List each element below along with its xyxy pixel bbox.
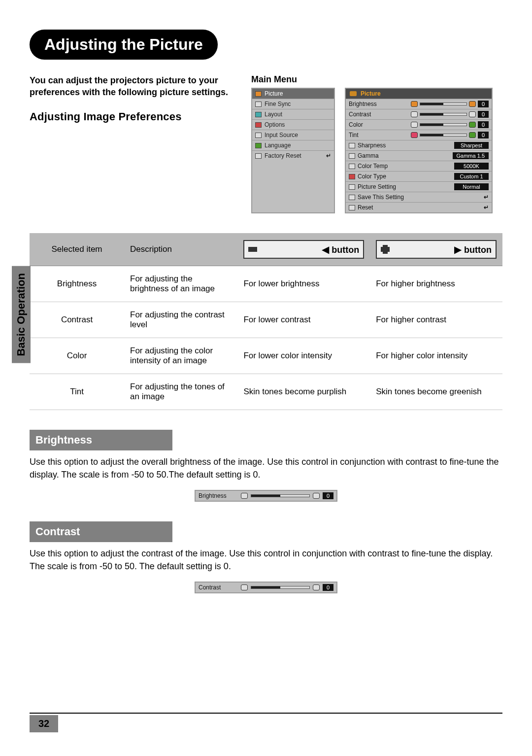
row-label: Color Type (358, 173, 386, 180)
table-row: Brightness For adjusting the brightness … (30, 266, 502, 302)
slider[interactable] (420, 103, 467, 105)
table-row: Contrast For adjusting the contrast leve… (30, 302, 502, 338)
footer-divider (30, 713, 502, 714)
enter-icon: ↵ (326, 152, 331, 159)
sun-bright-icon (469, 101, 476, 107)
reset-icon (255, 153, 262, 159)
menu-item-layout[interactable]: Layout (252, 109, 334, 120)
slider[interactable] (251, 586, 310, 589)
layout-icon (255, 112, 262, 117)
menu-item-picture[interactable]: Picture (252, 89, 334, 99)
reset-icon (349, 205, 355, 210)
slider[interactable] (420, 113, 467, 116)
page-number: 32 (30, 715, 58, 732)
left-button-header: ◀ button (243, 240, 364, 259)
section-heading-contrast: Contrast (30, 521, 172, 542)
value-box: Sharpest (454, 142, 489, 149)
select-row-picture-setting[interactable]: Picture Setting Normal (346, 182, 492, 192)
page-title-pill: Adjusting the Picture (30, 30, 218, 60)
color-low-icon (411, 122, 418, 128)
th-desc: Description (124, 233, 237, 266)
slider-label: Contrast (199, 584, 238, 591)
cell-left: For lower brightness (237, 266, 370, 302)
select-row-sharpness[interactable]: Sharpness Sharpest (346, 140, 492, 151)
menu-item-label: Picture (265, 90, 283, 97)
submenu-header: Picture (346, 89, 492, 99)
main-menu-panel: Picture Fine Sync Layout Options (251, 88, 335, 213)
th-left: ◀ button (237, 233, 370, 266)
select-row-color-type[interactable]: Color Type Custom 1 (346, 172, 492, 182)
subsection-heading: Adjusting Image Preferences (30, 110, 236, 123)
save-icon (349, 195, 355, 200)
menu-item-options[interactable]: Options (252, 120, 334, 130)
color-high-icon (469, 122, 476, 128)
cell-item: Contrast (30, 302, 124, 338)
row-label: Gamma (358, 152, 379, 159)
side-tab: Basic Operation (12, 266, 31, 363)
cell-right: For higher contrast (370, 302, 502, 338)
action-row-save[interactable]: Save This Setting ↵ (346, 192, 492, 203)
cell-left: For lower contrast (237, 302, 370, 338)
section-text-contrast: Use this option to adjust the contrast o… (30, 547, 502, 573)
main-menu-label: Main Menu (251, 74, 502, 85)
value-box: Normal (454, 183, 489, 190)
sun-dim-icon (411, 101, 418, 107)
value-box: 0 (478, 121, 489, 128)
cell-right: For higher brightness (370, 266, 502, 302)
select-row-gamma[interactable]: Gamma Gamma 1.5 (346, 151, 492, 161)
menu-item-label: Layout (265, 111, 282, 118)
sharpness-icon (349, 143, 355, 148)
slider[interactable] (251, 494, 310, 497)
cell-item: Tint (30, 374, 124, 410)
slider-row-brightness[interactable]: Brightness 0 (346, 99, 492, 109)
row-label: Save This Setting (358, 194, 404, 201)
menu-item-label: Factory Reset (265, 152, 301, 159)
menu-item-label: Fine Sync (265, 101, 291, 107)
action-row-reset[interactable]: Reset ↵ (346, 203, 492, 212)
slider-row-contrast[interactable]: Contrast 0 (346, 109, 492, 120)
section-heading-brightness: Brightness (30, 430, 172, 450)
gamma-icon (349, 153, 355, 159)
cell-right: Skin tones become greenish (370, 374, 502, 410)
minus-icon (248, 247, 257, 252)
right-button-label: button (464, 245, 492, 255)
th-item: Selected item (30, 233, 124, 266)
contrast-low-icon (241, 584, 248, 590)
picture-icon (350, 91, 357, 96)
menu-item-factory-reset[interactable]: Factory Reset ↵ (252, 151, 334, 161)
plus-icon (381, 247, 390, 252)
sync-icon (255, 102, 262, 107)
slider-row-tint[interactable]: Tint 0 (346, 130, 492, 140)
menu-item-label: Options (265, 121, 285, 128)
table-row: Tint For adjusting the tones of an image… (30, 374, 502, 410)
menu-item-fine-sync[interactable]: Fine Sync (252, 99, 334, 109)
select-row-color-temp[interactable]: Color Temp 5000K (346, 161, 492, 172)
color-type-icon (349, 174, 355, 179)
value-box: 0 (323, 584, 333, 591)
thermometer-icon (349, 164, 355, 169)
value-box: 0 (478, 111, 489, 118)
intro-paragraph: You can adjust the projectors picture to… (30, 74, 236, 99)
sun-dim-icon (241, 493, 248, 499)
slider[interactable] (420, 123, 467, 126)
row-label: Color Temp (358, 163, 388, 170)
triangle-left-icon: ◀ (322, 244, 329, 255)
value-box: Gamma 1.5 (453, 152, 489, 159)
slider[interactable] (420, 134, 467, 137)
enter-icon: ↵ (484, 204, 489, 211)
cell-left: Skin tones become purplish (237, 374, 370, 410)
preferences-table: Selected item Description ◀ button ▶ but… (30, 233, 502, 410)
sun-bright-icon (313, 493, 320, 499)
menu-item-language[interactable]: Language (252, 140, 334, 151)
row-label: Brightness (349, 101, 377, 107)
cell-right: For higher color intensity (370, 338, 502, 374)
slider-row-color[interactable]: Color 0 (346, 120, 492, 130)
cell-desc: For adjusting the contrast level (124, 302, 237, 338)
value-box: 0 (323, 492, 333, 499)
picture-icon (255, 91, 262, 97)
cell-desc: For adjusting the tones of an image (124, 374, 237, 410)
value-box: Custom 1 (454, 173, 489, 180)
value-box: 0 (478, 132, 489, 138)
row-label: Contrast (349, 111, 371, 118)
menu-item-input-source[interactable]: Input Source (252, 130, 334, 140)
